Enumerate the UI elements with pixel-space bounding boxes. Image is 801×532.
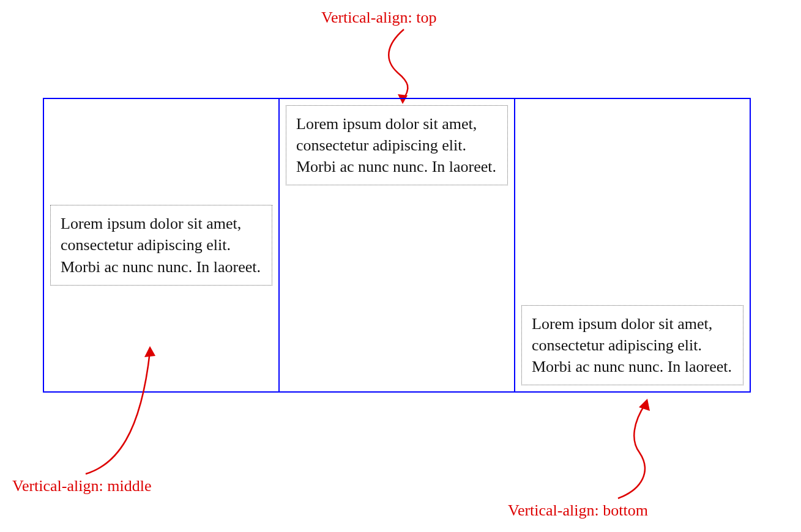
arrow-top-icon <box>367 27 441 104</box>
cell-top: Lorem ipsum dolor sit amet, consectetur … <box>279 98 515 392</box>
annotation-bottom: Vertical-align: bottom <box>508 501 648 520</box>
text-bottom: Lorem ipsum dolor sit amet, consectetur … <box>532 315 732 375</box>
arrow-middle-icon <box>80 342 177 477</box>
arrow-bottom-icon <box>600 397 673 501</box>
content-bottom: Lorem ipsum dolor sit amet, consectetur … <box>521 305 743 385</box>
content-top: Lorem ipsum dolor sit amet, consectetur … <box>286 105 508 185</box>
annotation-top: Vertical-align: top <box>321 9 436 27</box>
cell-bottom: Lorem ipsum dolor sit amet, consectetur … <box>515 98 750 392</box>
text-top: Lorem ipsum dolor sit amet, consectetur … <box>296 115 496 175</box>
annotation-middle: Vertical-align: middle <box>12 477 151 495</box>
text-middle: Lorem ipsum dolor sit amet, consectetur … <box>61 215 261 275</box>
content-middle: Lorem ipsum dolor sit amet, consectetur … <box>50 205 272 285</box>
